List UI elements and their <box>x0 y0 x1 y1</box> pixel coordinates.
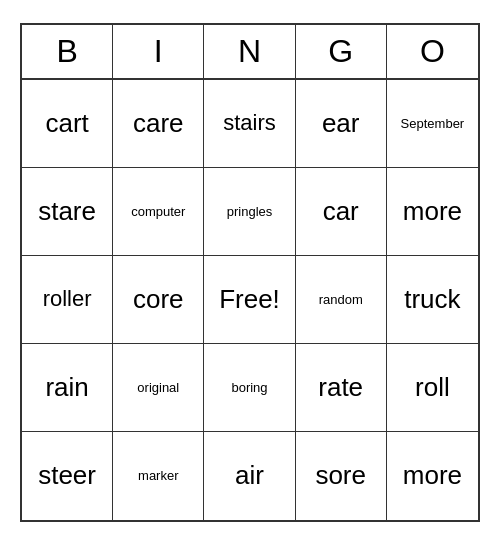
bingo-header: BINGO <box>22 25 478 80</box>
bingo-cell: rate <box>296 344 387 432</box>
bingo-cell: marker <box>113 432 204 520</box>
header-letter: N <box>204 25 295 78</box>
cell-text: roller <box>43 286 92 312</box>
cell-text: Free! <box>219 284 280 315</box>
header-letter: B <box>22 25 113 78</box>
bingo-cell: random <box>296 256 387 344</box>
cell-text: air <box>235 460 264 491</box>
bingo-card: BINGO cartcarestairsearSeptemberstarecom… <box>20 23 480 522</box>
cell-text: cart <box>45 108 88 139</box>
bingo-cell: truck <box>387 256 478 344</box>
cell-text: car <box>323 196 359 227</box>
bingo-cell: ear <box>296 80 387 168</box>
header-letter: G <box>296 25 387 78</box>
cell-text: rate <box>318 372 363 403</box>
bingo-cell: car <box>296 168 387 256</box>
bingo-cell: care <box>113 80 204 168</box>
cell-text: random <box>319 292 363 307</box>
bingo-cell: core <box>113 256 204 344</box>
bingo-cell: roller <box>22 256 113 344</box>
cell-text: sore <box>315 460 366 491</box>
cell-text: boring <box>231 380 267 395</box>
bingo-cell: steer <box>22 432 113 520</box>
cell-text: computer <box>131 204 185 219</box>
cell-text: September <box>401 116 465 131</box>
cell-text: marker <box>138 468 178 483</box>
cell-text: more <box>403 196 462 227</box>
bingo-grid: cartcarestairsearSeptemberstarecomputerp… <box>22 80 478 520</box>
cell-text: stare <box>38 196 96 227</box>
bingo-cell: more <box>387 432 478 520</box>
bingo-cell: cart <box>22 80 113 168</box>
bingo-cell: stairs <box>204 80 295 168</box>
header-letter: I <box>113 25 204 78</box>
bingo-cell: pringles <box>204 168 295 256</box>
bingo-cell: September <box>387 80 478 168</box>
cell-text: original <box>137 380 179 395</box>
cell-text: more <box>403 460 462 491</box>
bingo-cell: more <box>387 168 478 256</box>
cell-text: truck <box>404 284 460 315</box>
header-letter: O <box>387 25 478 78</box>
bingo-cell: original <box>113 344 204 432</box>
bingo-cell: air <box>204 432 295 520</box>
bingo-cell: boring <box>204 344 295 432</box>
bingo-cell: rain <box>22 344 113 432</box>
cell-text: core <box>133 284 184 315</box>
bingo-cell: roll <box>387 344 478 432</box>
cell-text: stairs <box>223 110 276 136</box>
cell-text: pringles <box>227 204 273 219</box>
bingo-cell: Free! <box>204 256 295 344</box>
bingo-cell: sore <box>296 432 387 520</box>
bingo-cell: computer <box>113 168 204 256</box>
cell-text: care <box>133 108 184 139</box>
cell-text: rain <box>45 372 88 403</box>
cell-text: steer <box>38 460 96 491</box>
cell-text: ear <box>322 108 360 139</box>
bingo-cell: stare <box>22 168 113 256</box>
cell-text: roll <box>415 372 450 403</box>
